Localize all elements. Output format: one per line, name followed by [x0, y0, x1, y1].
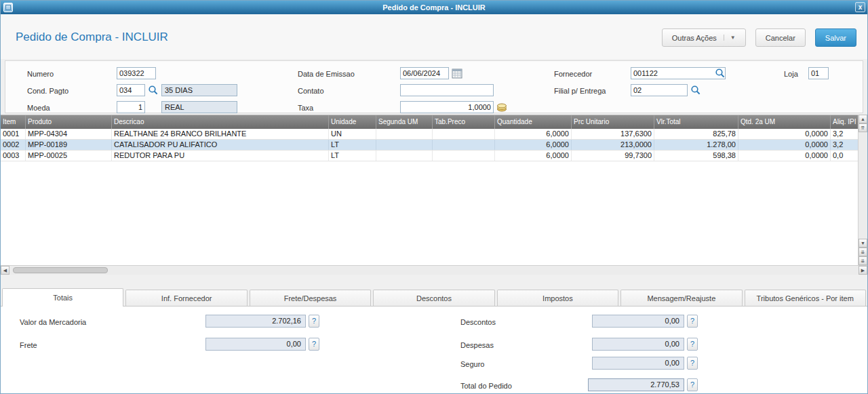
header: Pedido de Compra - INCLUIR Outras Ações …: [1, 14, 867, 59]
search-icon[interactable]: [690, 85, 701, 96]
cell: CATALISADOR PU ALIFATICO: [112, 140, 329, 150]
help-icon[interactable]: ?: [687, 357, 698, 370]
purchase-order-window: Pedido de Compra - INCLUIR x Pedido de C…: [0, 0, 868, 394]
tab-totais[interactable]: Totais: [2, 288, 123, 307]
cancelar-button[interactable]: Cancelar: [755, 28, 806, 47]
cell: REALTHANE 24 BRANCO BRILHANTE: [112, 129, 329, 139]
help-icon[interactable]: ?: [309, 315, 319, 328]
column-header[interactable]: Item: [1, 115, 26, 129]
column-header[interactable]: Aliq. IPI: [831, 115, 859, 129]
column-header[interactable]: Segunda UM: [376, 115, 433, 129]
cell: 99,7300: [572, 151, 654, 161]
scroll-right-icon[interactable]: ▶: [859, 266, 867, 275]
table-row[interactable]: 0001MPP-04304REALTHANE 24 BRANCO BRILHAN…: [1, 129, 859, 140]
cell: [376, 151, 433, 161]
tab-bar: TotaisInf. FornecedorFrete/DespesasDesco…: [2, 288, 866, 307]
column-header[interactable]: Qtd. 2a UM: [738, 115, 831, 129]
horizontal-scrollbar[interactable]: ◀ ▶: [1, 265, 867, 275]
data-emissao-field[interactable]: [400, 67, 449, 79]
search-icon[interactable]: [148, 85, 159, 96]
taxa-field[interactable]: [400, 101, 494, 113]
grid-header: ItemProdutoDescricaoUnidadeSegunda UMTab…: [1, 115, 859, 129]
outras-acoes-button[interactable]: Outras Ações ▼: [662, 28, 746, 47]
tab-mensagem-reajuste[interactable]: Mensagem/Reajuste: [620, 290, 742, 307]
column-header[interactable]: Quantidade: [495, 115, 572, 129]
scroll-double-down-icon[interactable]: ⇊: [859, 248, 867, 256]
fornecedor-label: Fornecedor: [554, 70, 592, 78]
help-icon[interactable]: ?: [687, 378, 698, 391]
cell: 6,0000: [495, 140, 572, 150]
tab-descontos[interactable]: Descontos: [373, 290, 494, 307]
filial-entrega-field[interactable]: [631, 84, 688, 96]
app-icon: [3, 3, 13, 12]
descontos-label: Descontos: [460, 318, 496, 326]
tab-inf-fornecedor[interactable]: Inf. Fornecedor: [125, 290, 247, 307]
tab-impostos[interactable]: Impostos: [497, 290, 618, 307]
descontos-value: 0,00: [592, 315, 684, 328]
scroll-double-up-icon[interactable]: ⇈: [859, 123, 867, 132]
calendar-icon[interactable]: [452, 68, 462, 79]
cond-pagto-label: Cond. Pagto: [27, 87, 68, 95]
cell: 0,0: [831, 151, 859, 161]
salvar-button[interactable]: Salvar: [815, 28, 856, 47]
cell: 6,0000: [495, 151, 572, 161]
valor-mercadoria-label: Valor da Mercadoria: [20, 318, 86, 326]
scroll-end-icon[interactable]: ⇊: [859, 256, 867, 265]
help-icon[interactable]: ?: [687, 315, 698, 328]
cell: [433, 129, 495, 139]
chevron-down-icon[interactable]: ▼: [724, 35, 736, 41]
help-icon[interactable]: ?: [309, 338, 319, 351]
column-header[interactable]: Unidade: [329, 115, 376, 129]
column-header[interactable]: Descricao: [112, 115, 329, 129]
seguro-value: 0,00: [592, 357, 684, 370]
cell: 1.278,00: [654, 140, 738, 150]
despesas-label: Despesas: [460, 341, 494, 349]
search-icon[interactable]: [715, 68, 726, 79]
tab-tributos-gen-ricos-por-item[interactable]: Tributos Genéricos - Por item: [745, 290, 866, 307]
valor-mercadoria-value: 2.702,16: [205, 315, 306, 328]
numero-label: Numero: [27, 70, 54, 78]
scroll-up-icon[interactable]: ▲: [859, 115, 867, 123]
cell: 0001: [1, 129, 26, 139]
titlebar-title: Pedido de Compra - INCLUIR: [382, 3, 486, 12]
cond-pagto-field[interactable]: [117, 84, 145, 96]
cell: UN: [329, 129, 376, 139]
moeda-desc: REAL: [161, 101, 237, 113]
tab-frete-despesas[interactable]: Frete/Despesas: [250, 290, 371, 307]
frete-value: 0,00: [205, 338, 306, 351]
scroll-down-icon[interactable]: ▼: [859, 239, 867, 248]
total-pedido-label: Total do Pedido: [460, 382, 512, 390]
data-emissao-label: Data de Emissao: [298, 70, 355, 78]
fornecedor-field[interactable]: [631, 67, 726, 79]
cond-pagto-desc: 35 DIAS: [161, 84, 237, 96]
loja-field[interactable]: [808, 67, 829, 79]
cell: 0002: [1, 140, 26, 150]
frete-label: Frete: [20, 341, 37, 349]
header-buttons: Outras Ações ▼ Cancelar Salvar: [662, 28, 856, 47]
table-row[interactable]: 0003MPP-00025REDUTOR PARA PULT6,000099,7…: [1, 151, 859, 161]
cell: 137,6300: [572, 129, 654, 139]
close-icon[interactable]: x: [855, 2, 865, 12]
help-icon[interactable]: ?: [687, 338, 698, 351]
page-title: Pedido de Compra - INCLUIR: [16, 31, 168, 44]
titlebar: Pedido de Compra - INCLUIR x: [1, 1, 867, 14]
cell: MPP-00025: [26, 151, 112, 161]
column-header[interactable]: Prc Unitario: [572, 115, 654, 129]
column-header[interactable]: Produto: [26, 115, 112, 129]
table-row[interactable]: 0002MPP-00189CATALISADOR PU ALIFATICOLT6…: [1, 140, 859, 151]
cell: [433, 140, 495, 150]
moeda-field[interactable]: [117, 101, 145, 113]
vertical-scrollbar[interactable]: ▲ ⇈ ▼ ⇊ ⇊: [858, 115, 867, 265]
loja-label: Loja: [784, 70, 798, 78]
grid-body: 0001MPP-04304REALTHANE 24 BRANCO BRILHAN…: [1, 129, 859, 161]
scroll-left-icon[interactable]: ◀: [1, 266, 9, 275]
column-header[interactable]: Tab.Preco: [433, 115, 495, 129]
seguro-label: Seguro: [460, 360, 484, 368]
numero-field[interactable]: [117, 67, 156, 79]
despesas-value: 0,00: [592, 338, 684, 351]
column-header[interactable]: Vlr.Total: [654, 115, 738, 129]
money-icon[interactable]: [496, 102, 507, 113]
horizontal-scroll-thumb[interactable]: [13, 267, 108, 273]
contato-field[interactable]: [400, 84, 494, 96]
cell: 6,0000: [495, 129, 572, 139]
